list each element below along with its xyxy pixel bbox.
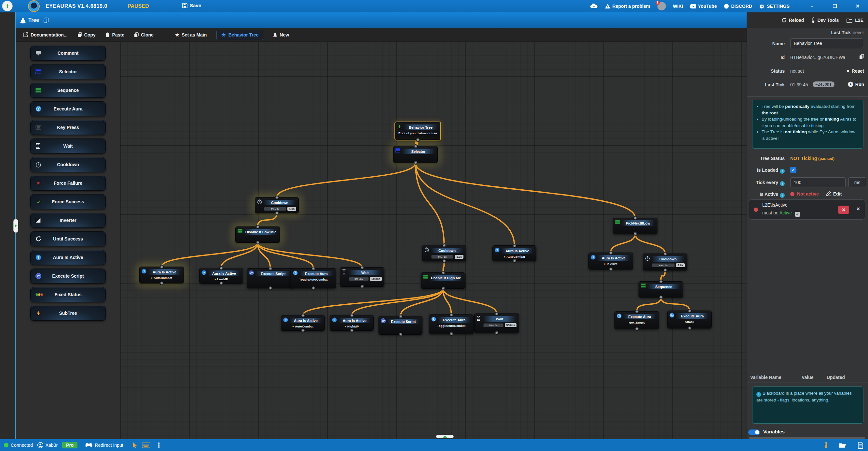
palette-item-inverter[interactable]: Inverter xyxy=(30,213,106,228)
tree-node-aia_l1[interactable]: Aura Is Active?●AutoCombat xyxy=(139,266,184,283)
tree-node-aia_alive[interactable]: Aura Is Active?●Is Alive xyxy=(588,253,633,270)
output-port[interactable] xyxy=(450,332,453,335)
output-port[interactable] xyxy=(416,138,420,141)
expand-bottom-panel-handle[interactable] xyxy=(436,435,454,438)
is-loaded-checkbox[interactable]: ✓ xyxy=(790,167,797,173)
expand-left-panel-handle[interactable] xyxy=(13,219,18,233)
output-port[interactable] xyxy=(635,327,639,331)
input-port[interactable] xyxy=(450,313,453,316)
youtube-link[interactable]: YouTube xyxy=(690,4,717,9)
temperature-icon[interactable] xyxy=(824,442,828,448)
settings-button[interactable]: SETTINGS xyxy=(759,4,789,9)
input-port[interactable] xyxy=(634,216,637,220)
palette-item-execute-aura[interactable]: Execute Aura xyxy=(30,101,106,116)
l2e-folder-button[interactable]: L2E xyxy=(846,18,863,23)
tree-node-wait_l[interactable]: Wait0% - 0s500ms xyxy=(340,267,384,287)
tree-node-es_l[interactable]: Execute ScriptC# xyxy=(247,268,294,288)
output-port[interactable] xyxy=(609,267,613,271)
input-port[interactable] xyxy=(635,310,639,313)
output-port[interactable] xyxy=(442,287,445,290)
input-port[interactable] xyxy=(312,267,315,270)
input-port[interactable] xyxy=(220,266,223,270)
keyboard-icon[interactable] xyxy=(142,443,150,448)
output-port[interactable] xyxy=(634,232,637,235)
palette-item-selector[interactable]: Selector xyxy=(30,64,106,79)
output-port[interactable] xyxy=(361,285,364,288)
duplicate-tab-icon[interactable] xyxy=(43,18,49,23)
maximize-button[interactable]: ❐ xyxy=(827,3,843,9)
tree-node-aia_m2[interactable]: Aura Is Active?●HighMP xyxy=(330,315,374,331)
input-port[interactable] xyxy=(688,309,691,312)
input-port[interactable] xyxy=(275,196,279,199)
input-port[interactable] xyxy=(301,314,305,317)
palette-item-subtree[interactable]: SubTree xyxy=(30,306,106,321)
output-port[interactable] xyxy=(663,269,667,272)
paste-button[interactable]: Paste xyxy=(105,32,124,37)
discord-link[interactable]: DISCORD xyxy=(724,4,752,9)
variables-toggle[interactable] xyxy=(748,429,760,435)
tab-tree[interactable]: Tree xyxy=(16,17,53,24)
devtools-button[interactable]: Dev Tools xyxy=(812,17,839,23)
reload-button[interactable]: Reload xyxy=(781,18,804,23)
output-port[interactable] xyxy=(688,327,691,330)
run-button[interactable]: Run xyxy=(848,82,864,87)
input-port[interactable] xyxy=(256,225,259,228)
palette-item-until-success[interactable]: Until Success xyxy=(30,231,106,246)
palette-item-execute-script[interactable]: C#Execute Script xyxy=(30,269,106,283)
palette-item-cooldown[interactable]: Cooldown xyxy=(30,157,106,172)
redirect-input-menu[interactable]: Redirect Input xyxy=(85,443,123,448)
remove-condition-button[interactable]: ✕ xyxy=(838,206,849,214)
tree-node-picknext[interactable]: PickNextIfLow xyxy=(613,218,657,234)
input-port[interactable] xyxy=(399,315,402,318)
edit-button[interactable]: Edit xyxy=(826,191,842,197)
output-port[interactable] xyxy=(269,286,272,290)
wiki-link[interactable]: WIKI xyxy=(673,4,683,9)
palette-item-fixed-status[interactable]: Fixed Status xyxy=(30,287,106,302)
input-port[interactable] xyxy=(513,244,516,247)
output-port[interactable] xyxy=(220,282,223,285)
info-icon[interactable]: i xyxy=(780,169,785,174)
output-port[interactable] xyxy=(350,329,353,332)
input-port[interactable] xyxy=(659,280,663,283)
tree-node-seq_r[interactable]: Sequence xyxy=(639,281,683,298)
behavior-tree-canvas[interactable]: Behavior TreeRoot of your behavior treeS… xyxy=(120,42,747,439)
output-port[interactable] xyxy=(275,212,279,215)
tree-node-selector[interactable]: Selector xyxy=(393,146,438,163)
tree-node-ea_nt[interactable]: Execute AuraNextTarget xyxy=(615,311,659,329)
new-tree-button[interactable]: New xyxy=(273,32,289,37)
user-menu[interactable]: Xab3r xyxy=(37,442,58,448)
palette-item-force-success[interactable]: Force Success xyxy=(30,194,106,209)
info-icon[interactable]: i xyxy=(780,193,785,198)
minimize-button[interactable]: – xyxy=(804,4,820,9)
cloud-download-icon[interactable] xyxy=(590,4,597,9)
input-port[interactable] xyxy=(495,312,498,315)
input-port[interactable] xyxy=(414,145,417,148)
user-avatar[interactable]: 3 xyxy=(657,2,666,10)
tree-node-cd_mid[interactable]: Cooldown0% - 0s1.0s xyxy=(422,245,466,261)
tree-node-aia_m1[interactable]: Aura Is Active?●AutoCombat xyxy=(281,315,325,331)
output-port[interactable] xyxy=(399,333,402,336)
tree-node-ea_m[interactable]: Execute AuraToggleAutoCombat xyxy=(429,314,473,334)
input-port[interactable] xyxy=(442,271,445,274)
is-active-condition-card[interactable]: L2E\IsActive must be Active ✓ ✕ ✕ xyxy=(749,199,865,220)
palette-item-key-press[interactable]: Key Press xyxy=(30,120,106,135)
report-problem-button[interactable]: Report a problem xyxy=(605,4,650,9)
tick-every-input[interactable] xyxy=(790,177,845,187)
input-port[interactable] xyxy=(361,266,364,269)
log-document-icon[interactable] xyxy=(858,442,863,449)
input-port[interactable] xyxy=(269,267,272,270)
open-folder-icon[interactable] xyxy=(839,442,846,448)
clone-button[interactable]: Clone xyxy=(134,32,154,37)
info-icon[interactable]: i xyxy=(780,181,785,186)
tree-node-aia_r[interactable]: Aura Is Active?●AutoCombat xyxy=(492,245,536,261)
tree-node-ea_at[interactable]: Execute AuraAttack xyxy=(667,311,712,329)
input-port[interactable] xyxy=(663,252,667,255)
input-port[interactable] xyxy=(160,265,163,269)
reset-button[interactable]: ✕Reset xyxy=(846,68,864,74)
tree-node-root[interactable]: Behavior TreeRoot of your behavior tree xyxy=(395,121,441,140)
save-button[interactable]: Save xyxy=(182,3,201,8)
horizontal-scrollbar[interactable] xyxy=(749,436,865,439)
output-port[interactable] xyxy=(301,329,305,332)
output-port[interactable] xyxy=(659,295,663,299)
output-port[interactable] xyxy=(513,259,516,262)
